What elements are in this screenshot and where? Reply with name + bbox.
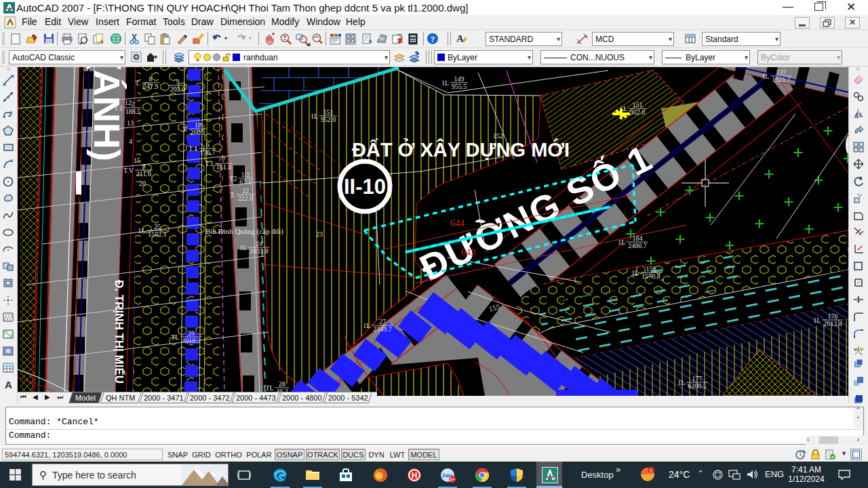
svg-text:22: 22: [242, 187, 249, 195]
svg-text:1/2: 1/2: [241, 171, 250, 178]
svg-text:952.0: 952.0: [630, 108, 646, 116]
svg-text:202.0: 202.0: [170, 85, 186, 93]
svg-text:9: 9: [142, 163, 146, 170]
svg-text:1L: 1L: [762, 73, 769, 80]
svg-text:15: 15: [134, 157, 140, 164]
svg-text:1570.8: 1570.8: [642, 272, 660, 280]
svg-text:27: 27: [379, 318, 386, 325]
svg-text:188.5: 188.5: [125, 108, 141, 115]
svg-text:24: 24: [256, 240, 262, 247]
svg-text:T.1: T.1: [114, 104, 123, 112]
svg-text:184: 184: [633, 235, 643, 242]
svg-text:12: 12: [125, 99, 132, 106]
svg-text:8: 8: [149, 75, 153, 83]
svg-text:196.7: 196.7: [200, 148, 216, 156]
svg-text:2613.4: 2613.4: [823, 320, 842, 327]
svg-text:1033.8: 1033.8: [250, 247, 269, 255]
svg-text:1L: 1L: [138, 227, 145, 235]
svg-text:1L: 1L: [620, 105, 627, 113]
svg-text:2349.7: 2349.7: [373, 325, 392, 333]
svg-text:T2: T2: [229, 175, 237, 182]
svg-text:(ÁNH): (ÁNH): [87, 67, 127, 161]
svg-text:151: 151: [323, 108, 334, 116]
svg-text:149: 149: [454, 75, 465, 83]
svg-text:151.4: 151.4: [216, 163, 232, 171]
svg-text:23: 23: [316, 230, 323, 238]
svg-text:A: A: [5, 379, 12, 390]
svg-text:20: 20: [139, 180, 146, 187]
svg-text:4: 4: [129, 138, 132, 145]
svg-text:177: 177: [692, 375, 703, 382]
svg-text:2400.7: 2400.7: [628, 242, 647, 249]
svg-text:151: 151: [633, 101, 643, 108]
svg-text:644: 644: [450, 218, 465, 228]
svg-text:6200.5: 6200.5: [688, 382, 707, 390]
svg-text:952.0: 952.0: [321, 116, 336, 123]
svg-text:II-10: II-10: [344, 175, 386, 199]
svg-text:1L: 1L: [311, 113, 318, 120]
svg-text:6: 6: [206, 141, 210, 148]
svg-text:?: ?: [431, 34, 435, 44]
svg-text:1502.1: 1502.1: [148, 230, 167, 238]
svg-text:4018.2: 4018.2: [182, 337, 201, 344]
svg-text:247.9: 247.9: [143, 83, 159, 90]
svg-text:156: 156: [646, 265, 656, 272]
svg-text:211.0: 211.0: [136, 170, 151, 178]
svg-text:1L: 1L: [239, 244, 247, 251]
svg-text:T.1: T.1: [189, 145, 197, 152]
svg-text:1621.7: 1621.7: [772, 76, 791, 83]
svg-text:28: 28: [279, 380, 285, 388]
svg-text:T.: T.: [182, 125, 188, 133]
svg-text:9: 9: [176, 78, 180, 85]
svg-text:TL: TL: [265, 384, 273, 392]
svg-text:18: 18: [195, 121, 201, 129]
svg-text:137: 137: [776, 68, 787, 76]
svg-text:5+: 5+: [450, 477, 455, 482]
svg-text:26: 26: [188, 329, 195, 337]
svg-text:ĐẤT Ở XÂY DỰNG MỚI: ĐẤT Ở XÂY DỰNG MỚI: [352, 138, 570, 161]
svg-text:67.1: 67.1: [239, 178, 252, 186]
svg-text:176: 176: [828, 312, 838, 320]
svg-text:1L: 1L: [441, 79, 449, 87]
svg-text:A: A: [456, 33, 464, 44]
svg-text:152: 152: [493, 132, 503, 140]
svg-text:955.5: 955.5: [452, 83, 467, 90]
svg-text:2: 2: [132, 100, 135, 108]
svg-text:7: 7: [222, 156, 226, 163]
svg-text:1L: 1L: [631, 269, 639, 277]
svg-text:222.0: 222.0: [238, 195, 254, 202]
svg-text:643: 643: [461, 247, 475, 258]
svg-text:260.1: 260.1: [191, 129, 206, 136]
svg-text:T.V: T.V: [123, 167, 134, 174]
svg-text:25: 25: [154, 223, 161, 230]
svg-text:1L: 1L: [363, 322, 370, 329]
svg-text:H: H: [412, 471, 418, 481]
svg-text:T.1: T.1: [205, 160, 214, 167]
svg-text:Bùi Đình Quảng (cấp đổi): Bùi Đình Quảng (cấp đổi): [205, 227, 283, 236]
svg-text:TL: TL: [171, 333, 179, 341]
svg-text:13: 13: [127, 119, 134, 127]
svg-text:1: 1: [650, 468, 653, 474]
svg-text:1L: 1L: [677, 379, 685, 386]
svg-text:T.: T.: [230, 191, 235, 199]
svg-text:Đ. TRỊNH THỊ MIẾU: Đ. TRỊNH THỊ MIẾU: [113, 280, 125, 384]
svg-text:1L: 1L: [813, 317, 821, 324]
svg-text:T.: T.: [135, 79, 140, 87]
svg-text:1L: 1L: [618, 239, 625, 246]
